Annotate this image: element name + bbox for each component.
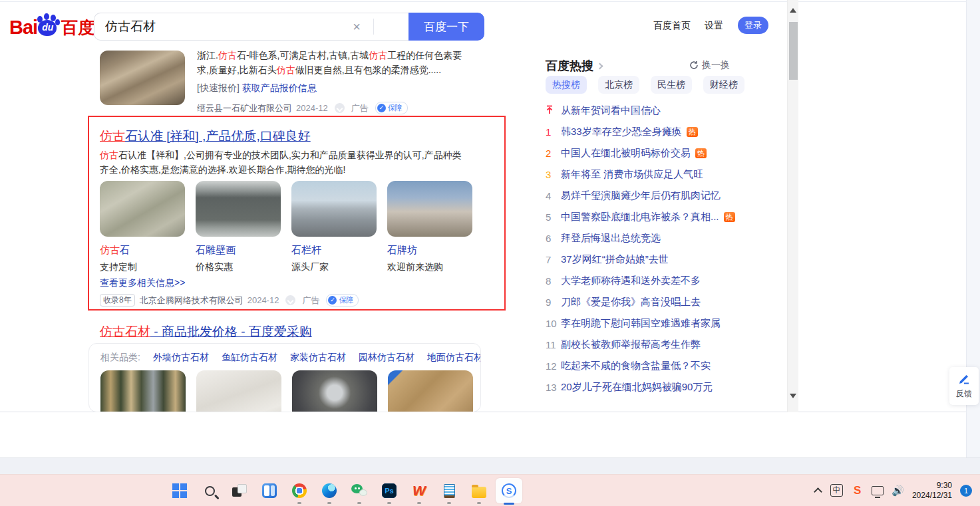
- scrollbar[interactable]: [787, 0, 798, 412]
- related-link[interactable]: 家装仿古石材: [290, 352, 346, 364]
- running-indicator: [477, 502, 481, 504]
- refresh-button[interactable]: 换一换: [689, 59, 730, 71]
- see-more-link[interactable]: 查看更多相关信息>>: [100, 277, 185, 289]
- tab-beijing-list[interactable]: 北京榜: [598, 76, 639, 94]
- chrome-button[interactable]: [286, 476, 313, 505]
- search-button[interactable]: 百度一下: [408, 13, 484, 41]
- hot-search-item[interactable]: 8 大学老师称待遇和送外卖差不多: [546, 270, 738, 291]
- ad-label: 广告: [302, 295, 319, 307]
- network-icon[interactable]: [872, 486, 884, 495]
- running-indicator: [357, 502, 361, 504]
- hot-search-header[interactable]: 百度热搜: [546, 58, 602, 74]
- photoshop-icon: Ps: [382, 483, 397, 498]
- search-box: × 百度一下: [94, 13, 484, 41]
- hidden-icons-chevron-icon[interactable]: [814, 487, 822, 496]
- product-card[interactable]: 仿古石 支持定制: [100, 181, 185, 273]
- notepad-button[interactable]: [436, 476, 462, 505]
- product-card[interactable]: 石牌坊 欢迎前来选购: [387, 181, 472, 273]
- result2-source: 北京企腾网络技术有限公司: [140, 295, 244, 307]
- hot-search-item[interactable]: 6 拜登后悔退出总统竞选: [546, 227, 738, 249]
- result3-title-link[interactable]: 仿古石材 - 商品批发价格 - 百度爱采购: [100, 323, 312, 340]
- taskbar-search-button[interactable]: [196, 476, 223, 505]
- secure-badge[interactable]: ✓ 保障: [375, 102, 408, 114]
- hot-search-item[interactable]: 11 副校长被教师举报帮高考生作弊: [546, 334, 738, 355]
- sogou-ime-icon[interactable]: S: [854, 484, 861, 497]
- photoshop-button[interactable]: Ps: [376, 476, 403, 505]
- result1-thumbnail[interactable]: [100, 51, 185, 105]
- logo-text-du: du: [42, 22, 53, 33]
- sogou-browser-icon: S: [502, 483, 516, 498]
- hot-search-tabs: 热搜榜 北京榜 民生榜 财经榜: [546, 76, 744, 94]
- baidu-logo[interactable]: Bai du 百度: [9, 13, 94, 41]
- scroll-up-arrow-icon[interactable]: [790, 5, 796, 13]
- wps-button[interactable]: W: [406, 476, 432, 505]
- refresh-icon: [689, 61, 699, 70]
- hot-search-item[interactable]: 9 刀郎《爱是你我》高音没唱上去: [546, 291, 738, 313]
- result1-description: 浙江.仿古石-啡色系,可满足古村,古镇,古城仿古工程的任何色素要求,质量好,比新…: [197, 48, 474, 77]
- indexed-years-badge: 收录8年: [100, 294, 135, 307]
- related-link[interactable]: 外墙仿古石材: [153, 352, 209, 364]
- nav-settings[interactable]: 设置: [705, 20, 723, 32]
- running-indicator: [327, 502, 331, 504]
- hot-search-item[interactable]: 2 中国人在缅北被明码标价交易 热: [546, 142, 738, 164]
- product-card[interactable]: 石雕壁画 价格实惠: [196, 181, 281, 273]
- hot-search-item[interactable]: 5 中国警察卧底缅北电诈被杀？真相... 热: [546, 206, 738, 227]
- product-image-stone-paving[interactable]: [100, 181, 185, 237]
- tray-time: 9:30: [912, 481, 952, 491]
- related-link[interactable]: 鱼缸仿古石材: [222, 352, 277, 364]
- widgets-icon: [262, 483, 277, 498]
- ime-indicator[interactable]: 中: [830, 484, 843, 497]
- notification-badge[interactable]: 1: [960, 485, 972, 497]
- running-indicator: [387, 502, 391, 504]
- widgets-button[interactable]: [256, 476, 283, 505]
- result2-date: 2024-12: [247, 295, 279, 305]
- related-image-warehouse[interactable]: [292, 370, 377, 412]
- product-image-stone-mural[interactable]: [196, 181, 281, 237]
- hot-badge: 热: [724, 212, 735, 222]
- sogou-browser-button[interactable]: S: [496, 478, 522, 503]
- hot-search-item[interactable]: 13 20岁儿子死在缅北妈妈被骗90万元: [546, 376, 738, 398]
- scrollbar-thumb[interactable]: [789, 22, 798, 80]
- wechat-button[interactable]: [346, 476, 373, 505]
- related-link[interactable]: 园林仿古石材: [359, 352, 414, 364]
- hot-search-item[interactable]: 10 李在明跪下慰问韩国空难遇难者家属: [546, 313, 738, 334]
- product-image-stone-railing[interactable]: [291, 181, 377, 237]
- speaker-icon[interactable]: 🔊: [892, 485, 904, 497]
- related-image-white-stone[interactable]: [196, 370, 281, 412]
- start-button[interactable]: [166, 476, 193, 505]
- hot-search-item[interactable]: 4 易烊千玺演脑瘫少年后仍有肌肉记忆: [546, 185, 738, 206]
- task-view-icon: [232, 483, 247, 499]
- login-button[interactable]: 登录: [738, 17, 768, 34]
- product-card[interactable]: 石栏杆 源头厂家: [291, 181, 377, 273]
- hot-search-item[interactable]: 12 吃起来不咸的食物含盐量低？不实: [546, 355, 738, 376]
- file-explorer-button[interactable]: [466, 476, 492, 505]
- clock[interactable]: 9:30 2024/12/31: [912, 481, 952, 501]
- get-quote-link[interactable]: 获取产品报价信息: [242, 82, 317, 93]
- tab-finance-list[interactable]: 财经榜: [703, 76, 744, 94]
- feedback-chevron-icon[interactable]: [335, 103, 345, 113]
- nav-baidu-home[interactable]: 百度首页: [653, 20, 691, 32]
- tab-livelihood-list[interactable]: 民生榜: [651, 76, 692, 94]
- hot-search-item[interactable]: 7 37岁网红“拼命姑娘”去世: [546, 249, 738, 270]
- feedback-button[interactable]: 反馈: [949, 367, 979, 405]
- hot-search-item[interactable]: 3 新年将至 消费市场供应足人气旺: [546, 164, 738, 185]
- pencil-icon: [957, 372, 971, 386]
- hot-search-item[interactable]: 1 韩33岁幸存空少恐全身瘫痪 热: [546, 121, 738, 142]
- related-categories-row: 相关品类: 外墙仿古石材 鱼缸仿古石材 家装仿古石材 园林仿古石材 地面仿古石材: [100, 352, 481, 364]
- hot-search-item[interactable]: 从新年贺词看中国信心: [546, 100, 738, 121]
- related-link[interactable]: 地面仿古石材: [427, 352, 481, 364]
- feedback-chevron-icon[interactable]: [285, 295, 295, 305]
- wps-icon: W: [412, 483, 426, 498]
- product-image-stone-archway[interactable]: [387, 181, 472, 237]
- check-icon: ✓: [377, 104, 386, 112]
- tab-hot-list[interactable]: 热搜榜: [546, 76, 587, 94]
- task-view-button[interactable]: [226, 476, 253, 505]
- edge-button[interactable]: [316, 476, 343, 505]
- clear-search-icon[interactable]: ×: [349, 19, 365, 35]
- scroll-down-arrow-icon[interactable]: [790, 394, 796, 402]
- secure-badge[interactable]: ✓ 保障: [326, 294, 359, 307]
- related-image-stone-samples[interactable]: [100, 370, 186, 412]
- result1-source: 缙云县一石矿业有限公司: [197, 102, 292, 114]
- result2-title-link[interactable]: 仿古石认准 [祥和] ,产品优质,口碑良好: [100, 128, 311, 145]
- related-image-stacked-stone[interactable]: [388, 370, 473, 412]
